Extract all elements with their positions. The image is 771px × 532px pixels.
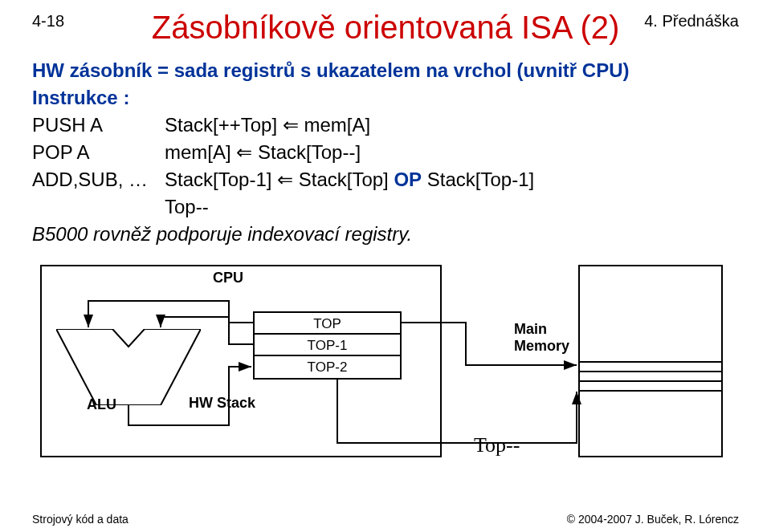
instruction-arith-line2: Top-- [32,193,739,221]
instruction-label: POP A [32,139,165,166]
instruction-rhs: Stack[++Top] ⇐ mem[A] [165,112,739,139]
lecture-label: 4. Přednáška [644,11,739,30]
cpu-diagram: CPU ALU TOP TOP-1 TOP-2 HW Stack Main Me… [32,257,739,465]
instruction-rhs: Stack[Top-1] ⇐ Stack[Top] OP Stack[Top-1… [165,166,739,193]
instruction-push: PUSH A Stack[++Top] ⇐ mem[A] [32,112,739,139]
instruction-label: ADD,SUB, … [32,166,165,193]
instruction-arith: ADD,SUB, … Stack[Top-1] ⇐ Stack[Top] OP … [32,166,739,193]
arith-rhs-post: Stack[Top-1] [422,169,534,190]
arith-rhs-pre: Stack[Top-1] ⇐ Stack[Top] [165,169,394,190]
datapath-arrows [32,257,739,465]
instruction-pop: POP A mem[A] ⇐ Stack[Top--] [32,139,739,166]
instruction-label: PUSH A [32,112,165,139]
instruction-rhs: Top-- [165,193,739,221]
arith-op: OP [394,169,422,190]
page-number: 4-18 [32,11,64,30]
instruction-rhs: mem[A] ⇐ Stack[Top--] [165,139,739,166]
slide-title: Zásobníkově orientovaná ISA (2) [32,10,739,46]
subtitle: HW zásobník = sada registrů s ukazatelem… [32,57,739,84]
footer-left: Strojový kód a data [32,513,128,526]
note: B5000 rovněž podporuje indexovací regist… [32,221,739,248]
footer-right: © 2004-2007 J. Buček, R. Lórencz [567,513,739,526]
instructions-heading: Instrukce : [32,84,739,112]
